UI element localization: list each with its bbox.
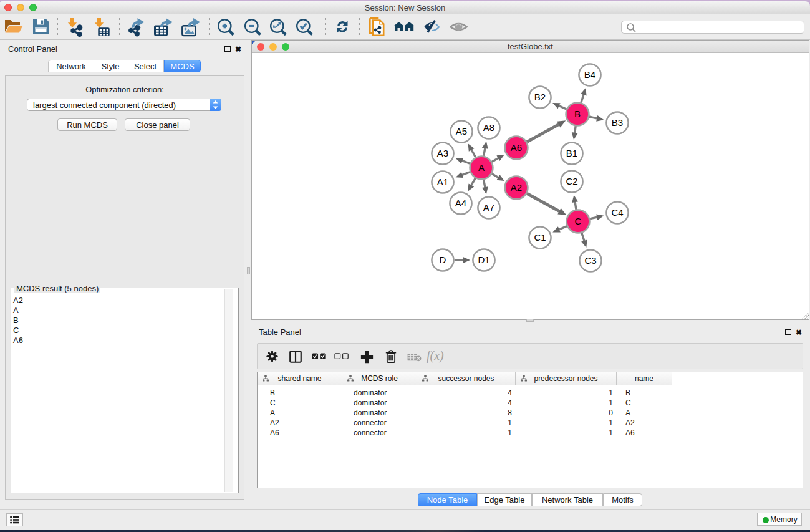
svg-text:D: D — [440, 254, 446, 265]
svg-text:B1: B1 — [566, 148, 577, 158]
svg-text:A7: A7 — [483, 202, 494, 213]
svg-text:A: A — [478, 162, 485, 173]
svg-text:A1: A1 — [437, 177, 448, 187]
svg-text:C: C — [575, 216, 582, 226]
svg-text:C3: C3 — [584, 255, 596, 266]
svg-text:D1: D1 — [478, 254, 489, 265]
svg-text:A8: A8 — [483, 122, 494, 133]
svg-text:B: B — [574, 109, 581, 119]
svg-text:A6: A6 — [511, 142, 522, 153]
svg-text:A5: A5 — [456, 126, 467, 137]
svg-text:A4: A4 — [455, 198, 466, 208]
svg-text:B4: B4 — [584, 69, 595, 80]
svg-text:C1: C1 — [534, 232, 546, 243]
svg-text:A3: A3 — [437, 148, 448, 158]
svg-text:A2: A2 — [511, 182, 522, 193]
svg-text:B2: B2 — [534, 92, 546, 102]
svg-text:B3: B3 — [612, 117, 623, 128]
svg-text:C2: C2 — [566, 176, 577, 186]
svg-text:C4: C4 — [611, 207, 623, 218]
